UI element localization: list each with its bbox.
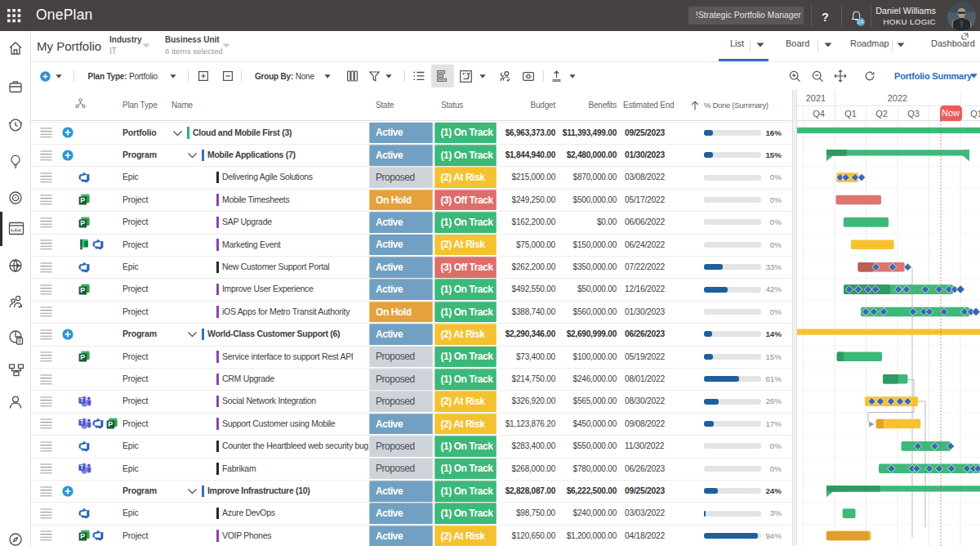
svg-text:P: P bbox=[80, 532, 85, 540]
svg-text:P: P bbox=[108, 420, 113, 428]
svg-text:P: P bbox=[80, 353, 85, 361]
svg-text:T: T bbox=[80, 420, 83, 426]
svg-text:T: T bbox=[80, 465, 83, 471]
svg-text:P: P bbox=[80, 196, 85, 204]
svg-text:P: P bbox=[80, 286, 85, 294]
svg-text:T: T bbox=[80, 397, 83, 403]
svg-text:P: P bbox=[80, 219, 85, 227]
